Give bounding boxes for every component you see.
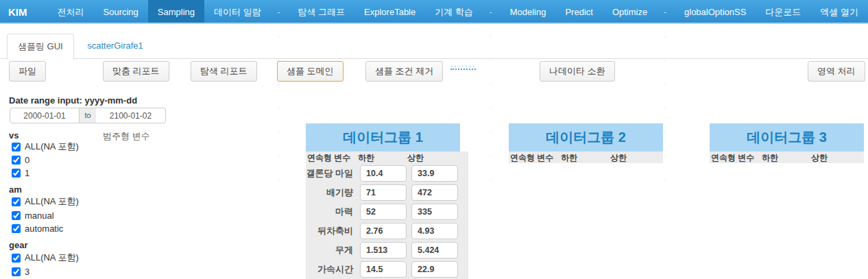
nav-item-data-list[interactable]: 데이터 일람	[204, 0, 271, 23]
table-row: 가속시간	[306, 260, 468, 279]
data-group-3: 데이터그룹 3 연속형 변수 하한 상한	[710, 123, 864, 163]
column-header-variable: 연속형 변수	[711, 152, 754, 164]
tab-scattergirafe1[interactable]: scatterGirafe1	[77, 34, 154, 57]
data-group-2: 데이터그룹 2 연속형 변수 하한 상한	[509, 123, 663, 163]
checkbox-am-all[interactable]: ALL(NA 포함)	[12, 196, 79, 207]
custom-report-button[interactable]: 맞춤 리포트	[103, 61, 169, 82]
column-header-upper: 상한	[811, 152, 828, 164]
displacement-upper-input[interactable]	[411, 184, 458, 201]
filter-name-vs: vs	[9, 130, 19, 141]
nav-item-open-excel[interactable]: 엑셀 열기	[810, 0, 868, 23]
nav-item-predict[interactable]: Predict	[555, 0, 602, 23]
checkbox-gear-all[interactable]: ALL(NA 포함)	[12, 252, 79, 263]
page: KIM 전처리 Sourcing Sampling 데이터 일람 -------…	[0, 0, 868, 279]
nav-item-explore-table[interactable]: ExploreTable	[354, 0, 425, 23]
checkbox[interactable]	[12, 224, 21, 233]
checkbox-am-automatic[interactable]: automatic	[12, 223, 63, 234]
data-group-3-title: 데이터그룹 3	[710, 123, 864, 151]
table-row: 배기량	[306, 183, 468, 202]
file-button[interactable]: 파일	[9, 61, 46, 82]
explore-report-button[interactable]: 탐색 리포트	[191, 61, 257, 82]
nav-item-optimize[interactable]: Optimize	[603, 0, 657, 23]
top-navbar: KIM 전처리 Sourcing Sampling 데이터 일람 -------…	[0, 0, 868, 24]
acceleration-lower-input[interactable]	[360, 261, 407, 278]
remove-sample-condition-button[interactable]: 샘플 조건 제거	[365, 61, 443, 82]
column-header-lower: 하한	[358, 152, 374, 164]
horsepower-lower-input[interactable]	[360, 204, 407, 220]
nav-separator: --------	[657, 0, 675, 23]
tab-bar: 샘플링 GUI scatterGirafe1	[0, 33, 868, 59]
rear-axle-ratio-upper-input[interactable]	[411, 223, 458, 239]
acceleration-upper-input[interactable]	[411, 261, 458, 278]
horsepower-upper-input[interactable]	[411, 204, 458, 220]
data-group-2-column-headers: 연속형 변수 하한 상한	[509, 151, 663, 163]
checkbox-vs-all[interactable]: ALL(NA 포함)	[12, 141, 79, 152]
row-label: 갤론당 마일	[306, 167, 355, 180]
weight-upper-input[interactable]	[411, 242, 458, 258]
checkbox[interactable]	[12, 267, 21, 276]
summon-data-button[interactable]: 나데이타 소환	[540, 61, 615, 82]
data-group-1-column-headers: 연속형 변수 하한 상한	[306, 151, 468, 163]
checkbox[interactable]	[12, 156, 21, 165]
column-header-lower: 하한	[762, 152, 778, 164]
brand-logo[interactable]: KIM	[0, 0, 48, 23]
checkbox[interactable]	[12, 254, 21, 263]
date-from-input[interactable]	[10, 108, 80, 123]
table-row: 무게	[306, 241, 468, 260]
area-process-button[interactable]: 영역 처리	[808, 61, 865, 82]
row-label: 무게	[306, 244, 355, 256]
nav-separator: --------	[483, 0, 501, 23]
nav-item-machine-learning[interactable]: 기계 학습	[425, 0, 483, 23]
column-header-variable: 연속형 변수	[510, 152, 553, 164]
column-header-upper: 상한	[610, 152, 627, 164]
data-group-1-title: 데이터그룹 1	[306, 123, 460, 151]
nav-item-sourcing[interactable]: Sourcing	[94, 0, 148, 23]
table-row: 갤론당 마일	[306, 164, 468, 183]
row-label: 가속시간	[306, 263, 355, 276]
date-to-separator: to	[80, 108, 96, 123]
row-label: 뒤차축비	[306, 225, 355, 237]
column-header-variable: 연속형 변수	[307, 152, 350, 164]
column-header-lower: 하한	[561, 152, 577, 164]
filter-name-am: am	[9, 184, 22, 195]
nav-item-modeling[interactable]: Modeling	[501, 0, 556, 23]
checkbox-am-manual[interactable]: manual	[12, 210, 54, 221]
mpg-upper-input[interactable]	[411, 165, 458, 182]
table-row: 뒤차축비	[306, 221, 468, 241]
checkbox[interactable]	[12, 211, 21, 220]
checkbox[interactable]	[12, 169, 21, 178]
nav-item-sampling[interactable]: Sampling	[148, 0, 204, 23]
checkbox[interactable]	[12, 197, 21, 206]
date-range-label: Date range input: yyyy-mm-dd	[9, 95, 137, 106]
checkbox-vs-0[interactable]: 0	[12, 154, 29, 165]
data-group-3-column-headers: 연속형 변수 하한 상한	[710, 151, 864, 163]
checkbox[interactable]	[12, 143, 21, 151]
categorical-variable-label: 범주형 변수	[103, 130, 150, 143]
dotted-link[interactable]: ·······	[450, 64, 476, 70]
column-header-upper: 상한	[407, 152, 424, 164]
row-label: 마력	[306, 206, 355, 218]
table-row: 마력	[306, 202, 468, 221]
data-group-2-title: 데이터그룹 2	[509, 123, 663, 151]
nav-item-preprocess[interactable]: 전처리	[48, 0, 94, 23]
date-to-input[interactable]	[96, 108, 166, 123]
mpg-lower-input[interactable]	[360, 165, 407, 182]
nav-separator: --------	[271, 0, 289, 23]
rear-axle-ratio-lower-input[interactable]	[360, 223, 407, 239]
checkbox-vs-1[interactable]: 1	[12, 167, 29, 178]
sample-domain-button[interactable]: 샘플 도메인	[277, 61, 343, 82]
filter-name-gear: gear	[9, 240, 27, 250]
data-group-1-body: 갤론당 마일 배기량 마력 뒤차축비 무게	[306, 163, 468, 279]
toolbar: 파일 맞춤 리포트 탐색 리포트 샘플 도메인 샘플 조건 제거 ·······…	[0, 59, 868, 80]
date-range-group: to	[10, 108, 166, 123]
data-group-1: 데이터그룹 1 연속형 변수 하한 상한 갤론당 마일 배기량 마력	[306, 123, 468, 279]
row-label: 배기량	[306, 186, 355, 199]
displacement-lower-input[interactable]	[360, 184, 407, 201]
nav-item-explore-graph[interactable]: 탐색 그래프	[288, 0, 354, 23]
nav-item-download[interactable]: 다운로드	[756, 0, 810, 23]
checkbox-gear-3[interactable]: 3	[12, 266, 29, 277]
tab-sampling-gui[interactable]: 샘플링 GUI	[7, 34, 74, 60]
weight-lower-input[interactable]	[360, 242, 407, 258]
nav-item-global-option[interactable]: globalOptionSS	[675, 0, 756, 23]
